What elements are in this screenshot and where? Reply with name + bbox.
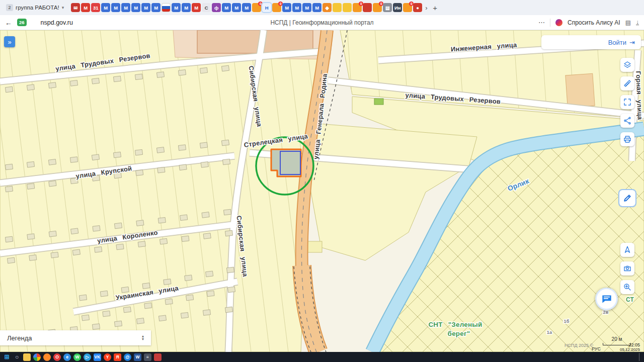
taskbar-icon-store[interactable] (154, 353, 162, 361)
map-tool-draw-button[interactable] (619, 190, 635, 206)
map-tool-share-button[interactable] (620, 114, 634, 128)
pinned-tab-icon-14[interactable]: C (202, 3, 211, 12)
sidebar-expand-button[interactable]: » (4, 36, 15, 47)
map-tool-screenshot-button[interactable] (620, 261, 634, 276)
taskbar-icon-mail[interactable]: @ (124, 353, 131, 361)
login-icon[interactable]: ⇥ (629, 39, 635, 46)
sort-chevrons-icon[interactable]: ▴ ▾ (142, 335, 144, 341)
pinned-tab-icon-19[interactable]: 0 (252, 3, 261, 12)
download-icon[interactable]: ↓ (636, 20, 639, 25)
taskbar-icon-edge[interactable]: e (63, 353, 71, 361)
login-button[interactable]: Войти (608, 39, 626, 46)
pinned-tab-icon-16[interactable]: М (222, 3, 231, 12)
pinned-tab-icon-20[interactable]: Н (262, 3, 271, 12)
map-tool-ruler-button[interactable] (620, 76, 634, 90)
taskbar-icon-yandex[interactable]: Я (114, 353, 121, 361)
system-clock[interactable]: 22:05 05.12.2025 (620, 343, 640, 352)
pinned-tab-icon-11[interactable]: М (172, 3, 181, 12)
pinned-tab-icon-15[interactable]: ф (212, 3, 221, 12)
pinned-tab-icon-23[interactable]: М (292, 3, 301, 12)
favicon-glyph: Н (265, 5, 269, 11)
tab-overflow-icon[interactable]: › (425, 4, 427, 12)
pinned-tab-icon-2[interactable]: М (81, 3, 90, 12)
favicon-glyph: C (205, 5, 208, 11)
url-text[interactable]: nspd.gov.ru (41, 19, 73, 26)
pinned-tab-icon-9[interactable]: М (151, 3, 160, 12)
pinned-tab-icon-7[interactable]: М (131, 3, 140, 12)
taskbar-icon-firefox[interactable] (43, 353, 51, 361)
pinned-tab-icon-29[interactable]: 0 (353, 3, 362, 12)
pinned-tab-icon-13[interactable]: М (192, 3, 201, 12)
taskbar-icon-start[interactable]: ⊞ (3, 353, 11, 361)
more-icon[interactable]: ⋯ (538, 19, 545, 26)
taskbar-icon-yandex-browser[interactable]: Y (104, 353, 111, 361)
street-label: СТ (626, 296, 634, 303)
favicon-glyph: М (154, 5, 158, 11)
favicon-glyph: ◆ (326, 5, 329, 11)
draw-icon (622, 193, 632, 203)
pinned-tab-icon-32[interactable]: ▤ (383, 3, 392, 12)
taskbar-icon-word[interactable]: W (134, 353, 141, 361)
pinned-tab-icon-31[interactable]: 0 (373, 3, 382, 12)
pinned-tab-icon-12[interactable]: М (182, 3, 191, 12)
street-label: берег" (448, 330, 470, 337)
share-icon (623, 116, 632, 125)
tab-label: группа РАБОТА! (16, 5, 59, 11)
frame-search-icon (623, 98, 632, 107)
pinned-tab-icon-21[interactable]: 0 (272, 3, 281, 12)
pinned-tab-icon-6[interactable]: М (121, 3, 130, 12)
pinned-tab-icon-30[interactable] (363, 3, 372, 12)
pinned-tab-icon-10[interactable] (162, 3, 171, 12)
pinned-tab-icon-22[interactable]: М (282, 3, 291, 12)
favicon-glyph: М (194, 5, 198, 11)
alice-label[interactable]: Спросить Алису AI (568, 19, 620, 26)
map-tool-layers-button[interactable] (620, 58, 634, 72)
pinned-tab-icon-4[interactable]: М (101, 3, 110, 12)
alice-icon[interactable] (555, 19, 562, 26)
keyboard-layout[interactable]: РУС (592, 346, 601, 351)
browser-tab-bar: 2 группа РАБОТА! ▾ ✉М31МММММММММCфМММ0Н0… (0, 0, 644, 15)
pinned-tab-icon-26[interactable]: ◆ (323, 3, 332, 12)
map-tool-locate-button[interactable] (620, 243, 634, 257)
taskbar-icon-whatsapp[interactable]: W (73, 353, 81, 361)
back-icon[interactable]: ← (5, 19, 12, 27)
pinned-tab-icon-34[interactable]: 0 (403, 3, 412, 12)
map-tool-zoom-search-button[interactable] (620, 280, 634, 294)
map-tool-print-button[interactable] (620, 132, 634, 146)
taskbar-icon-opera[interactable]: O (53, 353, 61, 361)
taskbar-icon-search[interactable]: ○ (13, 353, 21, 361)
map-viewport[interactable]: улица Трудовых РезервовИнженерная улицау… (0, 30, 644, 352)
map-tool-frame-search-button[interactable] (620, 95, 634, 109)
favicon-glyph: М (245, 5, 249, 11)
pinned-tab-icon-8[interactable]: М (141, 3, 150, 12)
pinned-tab-icon-27[interactable] (333, 3, 342, 12)
street-label: 2в (603, 310, 609, 315)
adblock-badge[interactable]: 26 (17, 19, 27, 26)
pinned-tab-icon-33[interactable]: Ин (393, 3, 402, 12)
favicon-glyph: ✉ (73, 5, 77, 11)
taskbar-icon-chrome[interactable] (33, 353, 41, 361)
pinned-tab-icon-17[interactable]: М (232, 3, 241, 12)
pinned-tab-icon-18[interactable]: М (242, 3, 251, 12)
map-canvas[interactable]: улица Трудовых РезервовИнженерная улицау… (0, 30, 644, 352)
pinned-tab-icon-25[interactable]: М (312, 3, 321, 12)
legend-bar[interactable]: Легенда ▴ ▾ (0, 330, 151, 345)
show-desktop-button[interactable] (639, 353, 641, 361)
favicon-glyph: М (315, 5, 319, 11)
print-icon (623, 135, 632, 144)
taskbar-icon-vk[interactable]: VK (94, 353, 101, 361)
pinned-tab-icon-24[interactable]: М (302, 3, 311, 12)
pinned-tab-icon-1[interactable]: ✉ (71, 3, 80, 12)
new-tab-button[interactable]: + (430, 2, 441, 13)
taskbar-icon-telegram[interactable]: ▷ (84, 353, 91, 361)
pinned-tab-icon-3[interactable]: 31 (91, 3, 100, 12)
tab-group-work[interactable]: 2 группа РАБОТА! ▾ (2, 1, 68, 14)
chat-button[interactable] (595, 288, 618, 310)
taskbar-icon-file-explorer[interactable] (23, 353, 31, 361)
favicon-glyph: ▤ (385, 5, 390, 11)
taskbar-icon-notepad[interactable]: ≡ (144, 353, 151, 361)
sidebar-panel-icon[interactable]: ▤ (625, 19, 631, 26)
pinned-tab-icon-5[interactable]: М (111, 3, 120, 12)
pinned-tab-icon-28[interactable] (343, 3, 352, 12)
pinned-tab-icon-35[interactable]: ● (413, 3, 422, 12)
